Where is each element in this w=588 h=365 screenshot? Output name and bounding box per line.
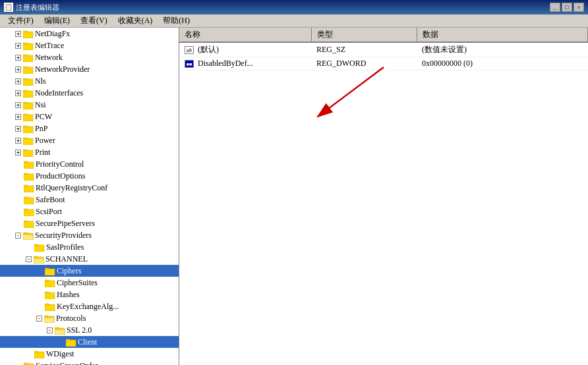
tree-item-pnp[interactable]: + PnP (0, 123, 179, 134)
expand-icon[interactable]: + (15, 31, 21, 37)
svg-rect-40 (34, 256, 38, 258)
tree-label: NetworkProvider (35, 65, 90, 74)
tree-item-schannel[interactable]: - SCHANNEL (0, 253, 179, 265)
folder-icon (24, 183, 34, 192)
maximize-button[interactable]: □ (562, 3, 572, 12)
menu-favorites[interactable]: 收藏夹(A) (113, 14, 158, 27)
svg-rect-57 (66, 339, 70, 341)
tree-item-wdigest[interactable]: WDigest (0, 348, 179, 360)
window-controls[interactable]: _ □ × (550, 3, 584, 12)
menu-view[interactable]: 查看(V) (75, 14, 113, 27)
folder-icon (23, 100, 34, 109)
tree-content[interactable]: + NetDiagFx + NetTrace + Netw (0, 28, 179, 365)
tree-item-saslprofiles[interactable]: SaslProfiles (0, 241, 179, 253)
svg-rect-11 (23, 90, 27, 92)
tree-item-safeboot[interactable]: SafeBoot (0, 194, 179, 206)
folder-icon (23, 148, 34, 157)
folder-icon (24, 159, 34, 169)
tree-item-nsi[interactable]: + Nsi (0, 99, 179, 111)
tree-item-ciphersuites[interactable]: CipherSuites (0, 277, 179, 289)
tree-label: KeyExchangeAlg... (57, 302, 119, 312)
tree-item-ssl20[interactable]: - SSL 2.0 (0, 324, 179, 336)
svg-rect-17 (23, 126, 27, 127)
value-type: REG_SZ (311, 42, 417, 57)
tree-item-scsiport[interactable]: ScsiPort (0, 206, 179, 217)
tree-item-nettrace[interactable]: + NetTrace (0, 40, 179, 51)
folder-icon (23, 41, 34, 50)
expand-icon[interactable]: - (36, 316, 42, 322)
menu-help[interactable]: 帮助(H) (158, 14, 195, 27)
expand-icon[interactable]: + (15, 126, 21, 132)
minimize-button[interactable]: _ (550, 3, 560, 12)
svg-rect-51 (44, 316, 48, 317)
svg-rect-15 (23, 114, 27, 115)
expand-icon[interactable]: + (15, 78, 21, 84)
svg-rect-20 (23, 150, 33, 157)
svg-rect-36 (23, 235, 33, 240)
tree-label: Protocols (56, 314, 86, 323)
col-data: 数据 (417, 28, 588, 42)
tree-label: CipherSuites (57, 278, 98, 288)
tree-label: NetDiagFx (35, 29, 70, 39)
tree-item-nls[interactable]: + Nls (0, 75, 179, 87)
table-row[interactable]: ■■ DisabledByDef... REG_DWORD 0x00000000… (179, 57, 588, 70)
svg-rect-13 (23, 102, 27, 103)
svg-line-69 (318, 67, 384, 117)
tree-item-productoptions[interactable]: ProductOptions (0, 170, 179, 182)
folder-icon (45, 266, 55, 275)
svg-rect-21 (23, 150, 27, 151)
tree-item-network[interactable]: + Network (0, 51, 179, 63)
folder-icon (23, 136, 34, 145)
tree-item-prioritycontrol[interactable]: PriorityControl (0, 158, 179, 170)
svg-rect-16 (23, 126, 33, 133)
tree-label: ServiceGroupOrder (36, 361, 98, 366)
tree-item-keyexchange[interactable]: KeyExchangeAlg... (0, 300, 179, 312)
tree-item-ciphers[interactable]: Ciphers (0, 265, 179, 277)
svg-rect-58 (34, 352, 44, 358)
expand-icon[interactable]: - (47, 327, 53, 333)
folder-icon (24, 207, 34, 216)
tree-item-rtlquery[interactable]: RtlQueryRegistryConf (0, 182, 179, 194)
col-name: 名称 (179, 28, 311, 42)
svg-rect-9 (23, 78, 27, 80)
expand-icon[interactable]: + (15, 114, 21, 120)
value-data: 0x00000000 (0) (417, 57, 588, 70)
tree-label: PnP (35, 124, 47, 134)
svg-rect-14 (23, 115, 33, 121)
value-name: ■■ DisabledByDef... (179, 57, 311, 70)
svg-rect-5 (23, 55, 27, 56)
tree-label: SCHANNEL (45, 254, 88, 264)
svg-rect-12 (23, 103, 33, 109)
tree-item-print[interactable]: + Print (0, 146, 179, 158)
tree-item-protocols[interactable]: - Protocols (0, 312, 179, 324)
expand-icon[interactable]: - (15, 233, 21, 239)
tree-item-networkprovider[interactable]: + NetworkProvider (0, 63, 179, 75)
tree-item-securepipe[interactable]: SecurePipeServers (0, 217, 179, 229)
tree-item-client[interactable]: Client (0, 336, 179, 348)
close-button[interactable]: × (573, 3, 584, 12)
svg-rect-47 (45, 292, 49, 293)
table-row[interactable]: ab (默认) REG_SZ (数值未设置) (179, 42, 588, 57)
expand-icon[interactable]: + (15, 150, 21, 155)
svg-rect-44 (45, 281, 55, 287)
expand-icon[interactable]: - (26, 256, 32, 262)
tree-item-nodeinterfaces[interactable]: + NodeInterfaces (0, 87, 179, 99)
expand-icon[interactable]: + (15, 102, 21, 108)
expand-icon[interactable]: + (15, 90, 21, 96)
expand-icon[interactable]: + (15, 138, 21, 144)
expand-icon[interactable]: + (15, 43, 21, 49)
menu-edit[interactable]: 编辑(E) (39, 14, 75, 27)
tree-item-hashes[interactable]: Hashes (0, 289, 179, 300)
svg-rect-55 (55, 329, 65, 335)
tree-item-pcw[interactable]: + PCW (0, 111, 179, 123)
title-bar: 📋 注册表编辑器 _ □ × (0, 0, 588, 14)
tree-label: Network (35, 53, 63, 63)
tree-item-netdiagfx[interactable]: + NetDiagFx (0, 28, 179, 40)
menu-file[interactable]: 文件(F) (3, 14, 39, 27)
expand-icon[interactable]: + (15, 67, 21, 72)
tree-item-power[interactable]: + Power (0, 134, 179, 146)
tree-item-securityproviders[interactable]: - SecurityProviders (0, 229, 179, 241)
expand-icon[interactable]: + (15, 55, 21, 61)
tree-item-servicegrouporder[interactable]: ServiceGroupOrder (0, 360, 179, 365)
value-type: REG_DWORD (311, 57, 417, 70)
